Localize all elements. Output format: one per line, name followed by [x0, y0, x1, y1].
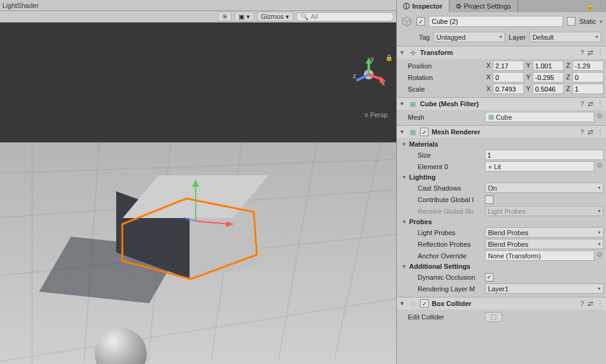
x-label[interactable]: X: [485, 60, 492, 71]
preset-icon[interactable]: ⇄: [588, 49, 593, 57]
gameobject-name-input[interactable]: [429, 16, 563, 27]
gizmos-button[interactable]: Gizmos ▾: [257, 12, 294, 21]
menu-icon[interactable]: ⋮: [597, 2, 604, 10]
rendering-layer-dropdown[interactable]: Layer1▾: [485, 283, 604, 294]
preset-icon[interactable]: ⇄: [588, 300, 593, 308]
lock-icon[interactable]: 🔓: [586, 2, 594, 10]
menu-icon[interactable]: ⋮: [597, 128, 604, 136]
contribute-gi-label: Contribute Global I: [399, 196, 485, 203]
preset-icon[interactable]: ⇄: [588, 100, 593, 108]
gizmos-label: Gizmos: [261, 13, 284, 20]
scene-search-input[interactable]: 🔍 All: [296, 12, 394, 21]
light-probes-dropdown[interactable]: Blend Probes▾: [485, 227, 604, 238]
transform-gizmo[interactable]: [183, 178, 257, 241]
perspective-label[interactable]: ≡ Persp: [364, 111, 388, 118]
rotation-x-input[interactable]: [493, 72, 524, 82]
object-picker-icon[interactable]: ⊙: [595, 250, 604, 261]
mesh-filter-header[interactable]: ▼ ▦ Cube (Mesh Filter) ?⇄⋮: [397, 98, 606, 110]
scale-z-input[interactable]: [572, 84, 604, 94]
receive-gi-dropdown: Light Probes▾: [485, 206, 604, 216]
menu-icon[interactable]: ⋮: [597, 100, 604, 108]
object-picker-icon[interactable]: ⊙: [595, 161, 604, 172]
static-dropdown-arrow-icon[interactable]: ▾: [600, 19, 602, 24]
tag-dropdown[interactable]: Untagged ▾: [434, 32, 505, 42]
probes-section[interactable]: ▼Probes: [399, 217, 604, 227]
scene-viewport[interactable]: 🔒 y x z ≡ Persp: [0, 23, 396, 364]
light-probes-label: Light Probes: [399, 229, 485, 236]
camera-button[interactable]: ▣ ▾: [234, 12, 254, 21]
mesh-field[interactable]: ▦ Cube: [485, 112, 594, 122]
rendering-layer-label: Rendering Layer M: [399, 285, 485, 293]
position-y-input[interactable]: [533, 60, 564, 71]
view-mode-button[interactable]: ※: [218, 12, 232, 21]
gameobject-icon[interactable]: [401, 15, 413, 27]
object-picker-icon[interactable]: ⊙: [595, 112, 604, 122]
foldout-icon[interactable]: ▼: [399, 129, 405, 135]
gameobject-active-checkbox[interactable]: [416, 17, 425, 26]
help-icon[interactable]: ?: [580, 128, 584, 136]
additional-settings-section[interactable]: ▼Additional Settings: [399, 261, 604, 271]
z-label[interactable]: Z: [564, 60, 572, 71]
box-collider-title: Box Collider: [432, 300, 577, 307]
axis-y-label: y: [371, 56, 374, 62]
anchor-override-label: Anchor Override: [399, 252, 485, 260]
mesh-filter-title: Cube (Mesh Filter): [420, 100, 577, 107]
element0-field[interactable]: ●Lit: [485, 161, 594, 172]
preset-icon[interactable]: ⇄: [588, 128, 593, 136]
mesh-renderer-enabled-checkbox[interactable]: [420, 128, 429, 136]
rotation-y-input[interactable]: [533, 72, 564, 82]
transform-icon: ⊹: [408, 48, 417, 57]
component-mesh-renderer: ▼ ▦ Mesh Renderer ?⇄⋮ ▼Materials Size El…: [397, 125, 606, 297]
box-collider-header[interactable]: ▼ ◇ Box Collider ?⇄⋮: [397, 297, 606, 310]
lighting-section[interactable]: ▼Lighting: [399, 172, 604, 182]
chevron-left-icon: ≡: [364, 111, 368, 118]
foldout-icon[interactable]: ▼: [399, 49, 405, 56]
mesh-icon: ▦: [488, 113, 494, 121]
edit-collider-button[interactable]: ⬚: [485, 312, 502, 322]
help-icon[interactable]: ?: [580, 49, 584, 56]
box-collider-enabled-checkbox[interactable]: [420, 299, 429, 308]
component-mesh-filter: ▼ ▦ Cube (Mesh Filter) ?⇄⋮ Mesh ▦ Cube ⊙: [397, 97, 606, 125]
dynamic-occlusion-checkbox[interactable]: [485, 273, 493, 282]
scale-x-input[interactable]: [493, 84, 524, 94]
foldout-icon[interactable]: ▼: [399, 101, 405, 107]
chevron-down-icon: ▼: [402, 219, 407, 225]
cast-shadows-label: Cast Shadows: [399, 184, 485, 192]
anchor-override-field[interactable]: None (Transform): [485, 250, 594, 261]
help-icon[interactable]: ?: [580, 300, 584, 307]
scene-tab-title[interactable]: LightShader: [2, 2, 39, 9]
tab-inspector[interactable]: ⓘ Inspector: [397, 0, 449, 12]
dropdown-arrow-icon: ▾: [286, 13, 289, 21]
orientation-gizmo[interactable]: y x z: [350, 56, 387, 93]
dropdown-arrow-icon: ▾: [598, 185, 600, 191]
foldout-icon[interactable]: ▼: [399, 300, 405, 307]
scale-label: Scale: [399, 86, 485, 93]
tab-project-settings[interactable]: ⚙ Project Settings: [449, 0, 518, 12]
materials-size-input[interactable]: [485, 150, 604, 160]
mesh-renderer-icon: ▦: [408, 128, 417, 136]
static-checkbox[interactable]: [567, 17, 575, 26]
menu-icon[interactable]: ⋮: [597, 300, 604, 308]
mesh-renderer-header[interactable]: ▼ ▦ Mesh Renderer ?⇄⋮: [397, 126, 606, 138]
dropdown-arrow-icon: ▾: [598, 230, 600, 235]
contribute-gi-checkbox[interactable]: [485, 195, 493, 204]
position-z-input[interactable]: [572, 60, 604, 71]
position-x-input[interactable]: [493, 60, 524, 71]
search-placeholder: All: [311, 13, 318, 20]
rotation-z-input[interactable]: [572, 72, 604, 82]
mesh-label: Mesh: [399, 114, 485, 121]
scale-y-input[interactable]: [533, 84, 564, 94]
materials-size-label: Size: [399, 151, 485, 159]
cast-shadows-dropdown[interactable]: On▾: [485, 183, 604, 193]
menu-icon[interactable]: ⋮: [597, 49, 604, 57]
inspector-body: Static ▾ Tag Untagged ▾ Layer Default ▾ …: [397, 12, 606, 364]
layer-dropdown[interactable]: Default ▾: [530, 32, 601, 42]
help-icon[interactable]: ?: [580, 100, 584, 107]
reflection-probes-dropdown[interactable]: Blend Probes▾: [485, 239, 604, 249]
materials-section[interactable]: ▼Materials: [399, 139, 604, 149]
svg-line-3: [196, 221, 229, 224]
transform-header[interactable]: ▼ ⊹ Transform ?⇄⋮: [397, 46, 606, 59]
search-icon: 🔍: [300, 13, 309, 21]
y-label[interactable]: Y: [525, 60, 532, 71]
static-label: Static: [579, 18, 596, 25]
